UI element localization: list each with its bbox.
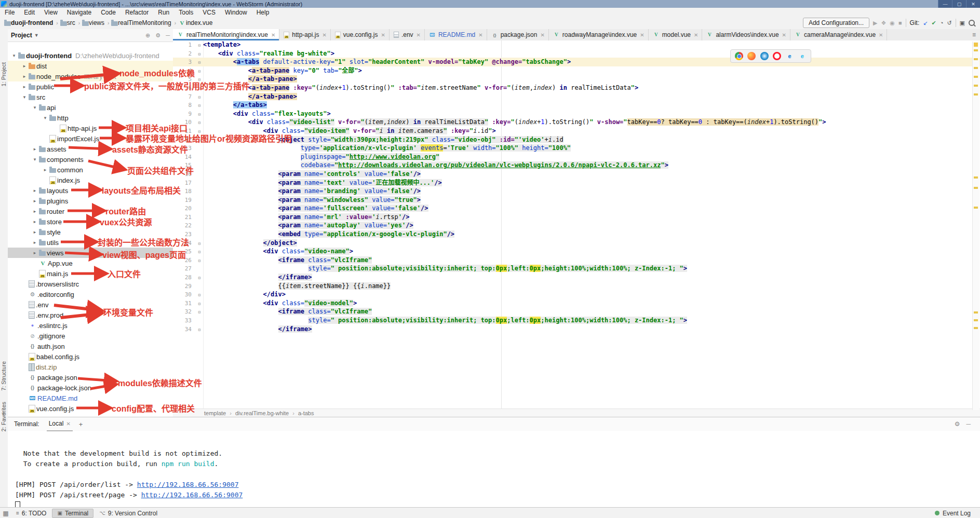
terminal-link[interactable]: http://192.168.66.56:9007: [141, 491, 243, 499]
inspection-widget-icon[interactable]: [974, 43, 978, 47]
breadcrumb-item[interactable]: duoji-frontend: [4, 19, 53, 26]
code-line[interactable]: 3⊟ <a-tabs default-active-key="1" slot="…: [173, 58, 980, 66]
opera-browser-icon[interactable]: [773, 52, 781, 60]
menu-item-help[interactable]: Help: [252, 9, 274, 16]
code-line[interactable]: 17 <param name='text' value='正在加载视频中...'…: [173, 179, 980, 187]
warning-stripe-mark[interactable]: [974, 93, 978, 96]
warning-stripe-mark[interactable]: [974, 76, 978, 78]
terminal-output[interactable]: Note that the development build is not o…: [8, 431, 980, 511]
favorites-star-icon[interactable]: ★: [1, 411, 6, 416]
editor-tab[interactable]: roadwayManage\index.vue✕: [549, 29, 649, 40]
chevron-down-icon[interactable]: ▾: [41, 115, 49, 120]
tool-button-favorites[interactable]: 2: Favorites: [1, 402, 7, 431]
code-editor[interactable]: 1⊟<template>2⊟ <div class="realTime bg-w…: [173, 40, 980, 409]
statusbar-item-6-todo[interactable]: ≡6: TODO: [11, 509, 51, 517]
tree-item-.env.prod[interactable]: .env.prod: [8, 310, 173, 320]
tree-item-.gitignore[interactable]: .gitignore: [8, 331, 173, 341]
fold-marker-icon[interactable]: ⊟: [196, 326, 203, 335]
tool-button-structure[interactable]: 7: Structure: [1, 361, 7, 391]
tree-item-.editorconfig[interactable]: .editorconfig: [8, 289, 173, 299]
close-icon[interactable]: ✕: [417, 32, 421, 38]
close-icon[interactable]: ✕: [271, 32, 275, 38]
code-line[interactable]: 1⊟<template>: [173, 40, 980, 49]
code-line[interactable]: 16 <param name='controls' value='false'/…: [173, 170, 980, 179]
warning-stripe-mark[interactable]: [974, 58, 978, 60]
code-line[interactable]: 5⊟ </a-tab-pane>: [173, 75, 980, 84]
menu-item-file[interactable]: File: [0, 9, 19, 16]
editor-breadcrumb-item[interactable]: div.realTime.bg-white: [235, 410, 289, 416]
chrome-browser-icon[interactable]: [735, 52, 743, 60]
tree-item-vue.config.js[interactable]: vue.config.js: [8, 403, 173, 414]
editor-tab[interactable]: README.md✕: [425, 29, 487, 40]
code-line[interactable]: 26⊟ <iframe class="vlcIframe": [173, 256, 980, 265]
tree-item-http[interactable]: ▾http: [8, 113, 173, 123]
stop-icon[interactable]: ■: [898, 20, 902, 26]
safari-browser-icon[interactable]: [760, 52, 769, 60]
terminal-minimize-icon[interactable]: ─: [966, 420, 971, 428]
warning-stripe-mark[interactable]: [974, 67, 978, 69]
code-line[interactable]: 11⊟ <div class="video-item" v-for="i in …: [173, 127, 980, 135]
menu-item-window[interactable]: Window: [220, 9, 252, 16]
update-project-icon[interactable]: ↙: [923, 20, 928, 26]
editor-breadcrumb-item[interactable]: a-tabs: [298, 410, 314, 416]
run-icon[interactable]: ▶: [873, 20, 877, 26]
menu-item-run[interactable]: Run: [153, 9, 174, 16]
warning-stripe-mark[interactable]: [974, 187, 978, 189]
menu-item-view[interactable]: View: [39, 9, 62, 16]
tree-item-http-api.js[interactable]: http-api.js: [8, 123, 173, 133]
project-panel-title[interactable]: Project: [11, 32, 32, 39]
locate-icon[interactable]: ⊕: [145, 32, 150, 39]
code-line[interactable]: 29 {{item.streetName}} {{i.name}}: [173, 282, 980, 291]
close-icon[interactable]: ✕: [478, 32, 482, 38]
warning-stripe-mark[interactable]: [974, 207, 978, 209]
chevron-down-icon[interactable]: ▼: [34, 33, 39, 38]
code-line[interactable]: 4⊟ <a-tab-pane key="0" tab="全部">: [173, 66, 980, 75]
code-line[interactable]: 22 <param name='autoplay' value='yes'/>: [173, 221, 980, 230]
tree-item-.env[interactable]: .env: [8, 299, 173, 310]
warning-stripe-mark[interactable]: [974, 176, 978, 179]
close-icon[interactable]: ✕: [540, 32, 544, 38]
tree-item-plugins[interactable]: ▸plugins: [8, 196, 173, 206]
firefox-browser-icon[interactable]: [747, 52, 756, 60]
editor-breadcrumb-item[interactable]: template: [204, 410, 226, 416]
tree-item-api[interactable]: ▾api: [8, 102, 173, 113]
code-line[interactable]: 19 <param name="windowless" value="true"…: [173, 196, 980, 205]
tree-item-.eslintrc.js[interactable]: .eslintrc.js: [8, 320, 173, 331]
editor-tab[interactable]: http-api.js✕: [279, 29, 330, 40]
tree-item-store[interactable]: ▸store: [8, 216, 173, 227]
code-line[interactable]: 20 <param name='fullscreen' value='false…: [173, 204, 980, 213]
chevron-right-icon[interactable]: ▸: [20, 63, 29, 69]
menu-item-edit[interactable]: Edit: [19, 9, 39, 16]
warning-stripe-mark[interactable]: [974, 49, 978, 51]
chevron-right-icon[interactable]: ▸: [31, 250, 39, 255]
chevron-down-icon[interactable]: ▾: [31, 105, 39, 110]
code-line[interactable]: 33 style=" position:absolute;visibility:…: [173, 316, 980, 325]
tree-item-node_modules[interactable]: ▸node_moduleslibrary root: [8, 71, 173, 81]
editor-tab[interactable]: vue.config.js✕: [331, 29, 390, 40]
tree-item-package.json[interactable]: package.json: [8, 372, 173, 383]
warning-stripe-mark[interactable]: [974, 85, 978, 87]
code-line[interactable]: 10⊟ <div class="video-list" v-for="(item…: [173, 118, 980, 127]
warning-stripe-mark[interactable]: [974, 311, 978, 313]
chevron-right-icon[interactable]: ▸: [31, 219, 39, 224]
code-line[interactable]: 32⊟ <iframe class="vlcIframe": [173, 307, 980, 316]
code-line[interactable]: 8⊟ </a-tabs>: [173, 101, 980, 110]
menu-item-vcs[interactable]: VCS: [198, 9, 220, 16]
tree-item-README.md[interactable]: README.md: [8, 393, 173, 403]
close-icon[interactable]: ✕: [694, 32, 698, 38]
code-line[interactable]: 2⊟ <div class="realTime bg-white">: [173, 49, 980, 58]
tree-item-src[interactable]: ▾src: [8, 92, 173, 102]
warning-stripe-mark[interactable]: [974, 327, 978, 329]
editor-tab[interactable]: cameraManage\index.vue✕: [790, 29, 887, 40]
close-icon[interactable]: ✕: [640, 32, 644, 38]
statusbar-item-terminal[interactable]: ▣Terminal: [52, 509, 93, 518]
commit-icon[interactable]: ✔: [932, 20, 936, 26]
terminal-settings-icon[interactable]: ⚙: [955, 420, 960, 428]
warning-stripe-mark[interactable]: [974, 319, 978, 321]
code-line[interactable]: 6⊟ <a-tab-pane :key="(index+1).toString(…: [173, 84, 980, 92]
code-line[interactable]: 7⊟ </a-tab-pane>: [173, 92, 980, 101]
editor-tab[interactable]: alarmVideos\index.vue✕: [702, 29, 790, 40]
code-line[interactable]: 27 style=" position:absolute;visibility:…: [173, 264, 980, 273]
close-icon[interactable]: ✕: [322, 32, 326, 38]
breadcrumb-item[interactable]: views: [82, 19, 104, 26]
